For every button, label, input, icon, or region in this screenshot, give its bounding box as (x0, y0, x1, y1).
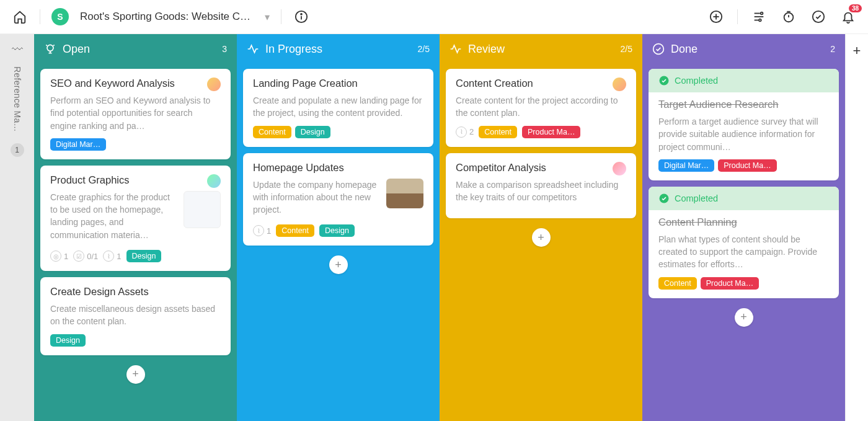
card-meta: ◎1 ☑0/1 ⌇1 Design (50, 250, 221, 262)
svg-point-12 (47, 45, 53, 51)
top-bar-left: S Root's Sporting Goods: Website Cre… ▾ (11, 8, 310, 25)
card-competitor-analysis[interactable]: Competitor Analysis Make a comparison sp… (446, 153, 636, 219)
tag-product-management[interactable]: Product Ma… (522, 126, 580, 138)
add-card-button-progress[interactable]: + (329, 255, 348, 274)
card-design-assets[interactable]: Create Design Assets Create miscellaneou… (40, 277, 231, 355)
subtask-icon: ◎ (50, 250, 61, 262)
pulse-icon: 〰 (12, 43, 23, 56)
card-description: Create and populate a new landing page f… (253, 94, 423, 120)
column-open: Open 3 SEO and Keyword Analysis Perform … (34, 34, 237, 421)
board-title[interactable]: Root's Sporting Goods: Website Cre… (80, 11, 254, 23)
tag-digital-marketing[interactable]: Digital Mar… (50, 138, 106, 151)
column-count: 3 (222, 44, 227, 54)
approvals-button[interactable] (810, 8, 827, 25)
svg-line-16 (53, 45, 55, 46)
svg-point-19 (660, 193, 669, 203)
column-body-open: SEO and Keyword Analysis Perform an SEO … (34, 64, 237, 421)
attachment-icon: ⌇ (456, 126, 467, 138)
top-bar: S Root's Sporting Goods: Website Cre… ▾ … (0, 0, 868, 34)
card-landing-page[interactable]: Landing Page Creation Create and populat… (243, 69, 433, 147)
column-body-review: Content Creation Create content for the … (440, 64, 642, 421)
card-title: Create Design Assets (50, 286, 221, 298)
card-content-planning[interactable]: Completed Content Planning Plan what typ… (649, 187, 839, 298)
column-header-done[interactable]: Done 2 (642, 34, 845, 64)
timer-button[interactable] (780, 8, 797, 25)
card-description: Create miscellaneous design assets based… (50, 303, 221, 328)
workspace-logo[interactable]: S (51, 8, 69, 25)
attachment-count: 1 (267, 226, 271, 236)
column-header-progress[interactable]: In Progress 2/5 (237, 34, 440, 64)
column-header-open[interactable]: Open 3 (34, 34, 237, 64)
tag-digital-marketing[interactable]: Digital Mar… (658, 159, 714, 172)
info-button[interactable] (293, 8, 310, 25)
assignee-avatar[interactable] (207, 78, 221, 91)
completed-label: Completed (675, 76, 718, 86)
assignee-avatar[interactable] (613, 162, 626, 175)
add-card-button-review[interactable]: + (532, 228, 551, 247)
tag-content[interactable]: Content (253, 126, 291, 138)
check-filled-icon (658, 193, 670, 204)
check-circle-icon (812, 10, 825, 24)
card-title: Competitor Analysis (456, 162, 609, 174)
divider (281, 9, 281, 24)
column-body-done: Completed Target Audience Research Perfo… (642, 64, 845, 421)
card-target-audience[interactable]: Completed Target Audience Research Perfo… (649, 69, 839, 180)
attachment-count: 1 (117, 252, 121, 261)
pulse-icon (450, 43, 462, 55)
add-card-button-open[interactable]: + (126, 365, 145, 384)
svg-point-8 (784, 13, 794, 22)
workflow-button[interactable] (750, 8, 768, 25)
notification-count-badge: 38 (849, 4, 862, 12)
column-header-review[interactable]: Review 2/5 (440, 34, 642, 64)
main-area: 〰 Reference Ma… 1 Open 3 SEO and Keyword… (0, 34, 868, 421)
card-description: Perform a target audience survey that wi… (658, 115, 829, 153)
card-thumbnail[interactable] (386, 179, 423, 208)
card-title: Landing Page Creation (253, 78, 423, 89)
card-content-creation[interactable]: Content Creation Create content for the … (446, 69, 636, 147)
tag-design[interactable]: Design (295, 126, 330, 138)
svg-point-6 (761, 12, 763, 15)
home-icon (13, 10, 27, 24)
divider (40, 9, 40, 24)
svg-point-11 (813, 11, 824, 22)
completed-strip: Completed (649, 187, 839, 210)
tag-design[interactable]: Design (50, 334, 86, 347)
column-body-progress: Landing Page Creation Create and populat… (237, 64, 440, 421)
chevron-down-icon[interactable]: ▾ (265, 11, 270, 23)
attachment-icon: ⌇ (103, 250, 114, 262)
collapsed-side-panel[interactable]: 〰 Reference Ma… 1 (0, 34, 34, 421)
card-thumbnail[interactable] (184, 191, 221, 228)
timer-icon (782, 10, 795, 24)
top-bar-right: 38 (707, 8, 857, 25)
column-title: In Progress (265, 43, 322, 56)
tag-design[interactable]: Design (319, 224, 355, 237)
attachment-icon: ⌇ (253, 225, 264, 236)
checklist-icon: ☑ (73, 250, 84, 262)
tag-content[interactable]: Content (276, 224, 314, 237)
card-description: Perform an SEO and Keyword analysis to f… (50, 94, 221, 132)
svg-line-15 (46, 45, 47, 46)
attachment-count: 2 (469, 127, 474, 136)
card-seo[interactable]: SEO and Keyword Analysis Perform an SEO … (40, 69, 231, 159)
assignee-avatar[interactable] (613, 78, 626, 91)
column-title: Open (63, 43, 90, 56)
side-panel-label: Reference Ma… (12, 66, 22, 132)
column-title: Review (468, 43, 505, 56)
home-button[interactable] (11, 8, 29, 25)
tag-content[interactable]: Content (479, 126, 517, 138)
tag-product-management[interactable]: Product Ma… (718, 159, 776, 172)
svg-point-18 (660, 76, 669, 86)
add-column-button[interactable]: + (845, 34, 868, 421)
card-product-graphics[interactable]: Product Graphics Create graphics for the… (40, 166, 231, 271)
add-button[interactable] (707, 8, 725, 25)
card-homepage-updates[interactable]: Homepage Updates Update the company home… (243, 153, 433, 246)
column-in-progress: In Progress 2/5 Landing Page Creation Cr… (237, 34, 440, 421)
subtask-count: 1 (64, 252, 68, 261)
assignee-avatar[interactable] (207, 174, 221, 188)
tag-content[interactable]: Content (658, 277, 697, 290)
tag-product-management[interactable]: Product Ma… (701, 277, 759, 290)
tag-design[interactable]: Design (126, 250, 162, 262)
notifications-button[interactable]: 38 (839, 8, 857, 25)
card-description: Update the company homepage with informa… (253, 179, 380, 216)
add-card-button-done[interactable]: + (735, 308, 753, 327)
